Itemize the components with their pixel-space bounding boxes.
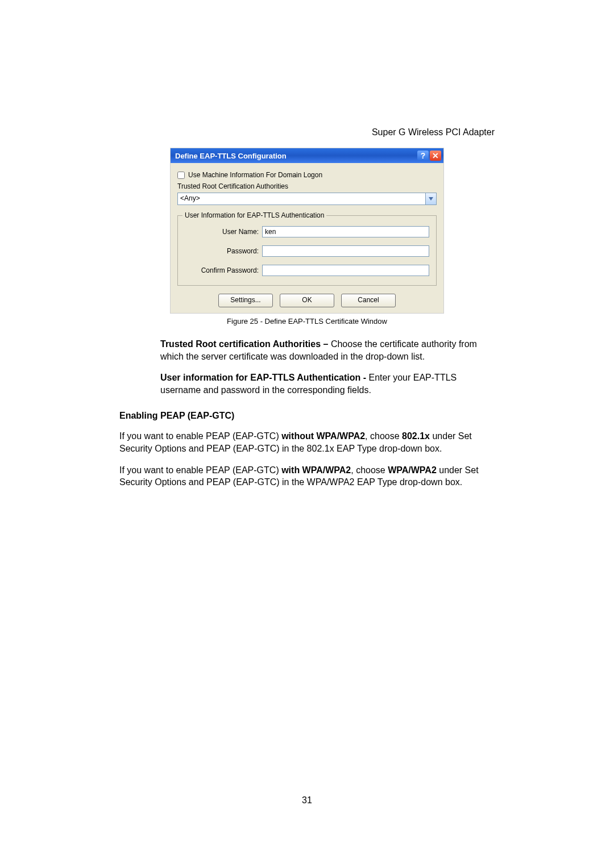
trusted-root-label: Trusted Root Certification Authorities — [177, 182, 437, 190]
para-trusted-root: Trusted Root certification Authorities –… — [160, 338, 489, 362]
username-row: User Name: — [185, 226, 429, 237]
confirm-password-input[interactable] — [262, 265, 429, 276]
question-icon: ? — [421, 151, 426, 160]
help-button[interactable]: ? — [417, 151, 429, 161]
fieldset-legend: User Information for EAP-TTLS Authentica… — [182, 211, 326, 219]
para-peap-without: If you want to enable PEAP (EAP-GTC) wit… — [119, 430, 495, 454]
eap-ttls-dialog: Define EAP-TTLS Configuration ? ✕ Use Ma… — [170, 148, 444, 314]
document-page: Super G Wireless PCI Adapter Define EAP-… — [0, 0, 614, 868]
cancel-button[interactable]: Cancel — [341, 294, 396, 307]
body-text: Trusted Root certification Authorities –… — [119, 338, 495, 489]
section-title-peap: Enabling PEAP (EAP-GTC) — [119, 411, 495, 421]
domain-logon-checkbox-row: Use Machine Information For Domain Logon — [177, 171, 437, 179]
ok-button[interactable]: OK — [280, 294, 334, 307]
password-label: Password: — [185, 247, 262, 255]
para-user-info: User information for EAP-TTLS Authentica… — [160, 372, 489, 396]
domain-logon-label: Use Machine Information For Domain Logon — [188, 171, 322, 179]
page-header-right: Super G Wireless PCI Adapter — [119, 127, 495, 137]
close-button[interactable]: ✕ — [430, 151, 441, 161]
dialog-title: Define EAP-TTLS Configuration — [175, 152, 416, 160]
dialog-container: Define EAP-TTLS Configuration ? ✕ Use Ma… — [119, 148, 495, 314]
chevron-down-icon — [425, 193, 436, 205]
dialog-button-row: Settings... OK Cancel — [177, 294, 437, 307]
figure-caption: Figure 25 - Define EAP-TTLS Certificate … — [119, 317, 495, 326]
dialog-titlebar: Define EAP-TTLS Configuration ? ✕ — [171, 148, 443, 163]
username-label: User Name: — [185, 228, 262, 236]
trusted-root-value: <Any> — [178, 193, 425, 205]
para-peap-with: If you want to enable PEAP (EAP-GTC) wit… — [119, 464, 495, 489]
trusted-root-select[interactable]: <Any> — [177, 193, 437, 205]
username-input[interactable] — [262, 226, 429, 237]
password-row: Password: — [185, 245, 429, 257]
page-number: 31 — [0, 795, 614, 806]
confirm-password-label: Confirm Password: — [185, 266, 262, 274]
settings-button[interactable]: Settings... — [218, 294, 273, 307]
dialog-body: Use Machine Information For Domain Logon… — [171, 163, 443, 313]
confirm-password-row: Confirm Password: — [185, 265, 429, 276]
password-input[interactable] — [262, 245, 429, 257]
domain-logon-checkbox[interactable] — [177, 172, 185, 179]
close-icon: ✕ — [432, 151, 439, 160]
user-info-fieldset: User Information for EAP-TTLS Authentica… — [177, 215, 437, 286]
